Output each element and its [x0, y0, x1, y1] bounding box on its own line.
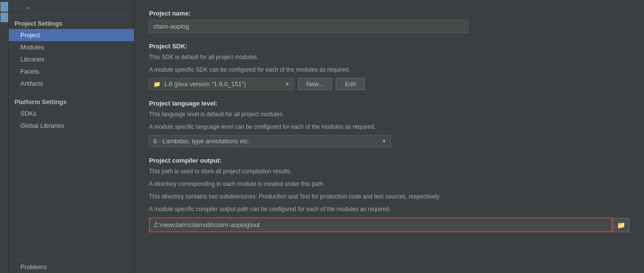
- project-sdk-desc2: A module specific SDK can be configured …: [149, 65, 629, 74]
- sdk-edit-button[interactable]: Edit: [336, 78, 365, 90]
- compiler-output-desc3: This directory contains two subdirectori…: [149, 192, 629, 201]
- sidebar-item-facets[interactable]: Facets: [9, 65, 134, 77]
- compiler-path-input[interactable]: [149, 217, 613, 232]
- project-name-input[interactable]: [149, 20, 468, 33]
- main-content: Project name: Project SDK: This SDK is d…: [135, 0, 644, 273]
- project-name-label: Project name:: [149, 10, 629, 17]
- sidebar-item-artifacts[interactable]: Artifacts: [9, 77, 134, 90]
- strip-icon-1: [0, 2, 8, 12]
- project-language-section: Project language level: This language le…: [149, 100, 629, 147]
- icon-strip: [0, 0, 9, 273]
- project-sdk-section: Project SDK: This SDK is default for all…: [149, 43, 629, 90]
- browse-folder-icon: 📁: [617, 221, 625, 229]
- sdk-value: 1.8 (java version "1.8.0_151"): [164, 80, 246, 88]
- sidebar-item-sdks[interactable]: SDKs: [9, 107, 134, 120]
- compiler-output-row: 📁: [149, 217, 629, 232]
- sidebar-item-global-libraries[interactable]: Global Libraries: [9, 120, 134, 132]
- compiler-output-label: Project compiler output:: [149, 157, 629, 164]
- sidebar: ← → Project Settings Project Modules Lib…: [9, 0, 135, 273]
- project-sdk-label: Project SDK:: [149, 43, 629, 50]
- project-language-desc1: This language level is default for all p…: [149, 110, 629, 119]
- language-chevron-icon: ▼: [382, 138, 387, 144]
- sdk-dropdown[interactable]: 📁 1.8 (java version "1.8.0_151") ▼: [149, 78, 294, 90]
- compiler-output-desc4: A module specific compiler output path c…: [149, 205, 629, 213]
- compiler-output-section: Project compiler output: This path is us…: [149, 157, 629, 232]
- project-name-section: Project name:: [149, 10, 629, 33]
- language-dropdown[interactable]: 8 - Lambdas, type annotations etc. ▼: [149, 135, 391, 147]
- project-language-desc2: A module specific language level can be …: [149, 122, 629, 131]
- project-settings-header: Project Settings: [9, 16, 134, 29]
- project-language-label: Project language level:: [149, 100, 629, 107]
- compiler-output-desc1: This path is used to store all project c…: [149, 167, 629, 176]
- strip-icon-2: [0, 13, 8, 22]
- sdk-chevron-icon: ▼: [285, 81, 290, 87]
- compiler-output-desc2: A directory corresponding to each module…: [149, 180, 629, 188]
- forward-arrow[interactable]: →: [24, 4, 31, 12]
- sidebar-item-modules[interactable]: Modules: [9, 41, 134, 53]
- problems-section: Problems: [9, 260, 134, 273]
- sdk-row: 📁 1.8 (java version "1.8.0_151") ▼ New..…: [149, 78, 629, 90]
- language-value: 8 - Lambdas, type annotations etc.: [153, 137, 250, 145]
- sdk-new-button[interactable]: New...: [298, 78, 332, 90]
- platform-settings-header: Platform Settings: [9, 94, 134, 107]
- back-arrow[interactable]: ←: [14, 4, 20, 12]
- sidebar-item-project[interactable]: Project: [9, 29, 134, 41]
- sdk-folder-icon: 📁: [153, 81, 161, 88]
- compiler-browse-button[interactable]: 📁: [613, 218, 629, 232]
- nav-arrows: ← →: [9, 0, 134, 16]
- sidebar-item-libraries[interactable]: Libraries: [9, 53, 134, 65]
- project-sdk-desc1: This SDK is default for all project modu…: [149, 53, 629, 61]
- sidebar-item-problems[interactable]: Problems: [9, 261, 134, 273]
